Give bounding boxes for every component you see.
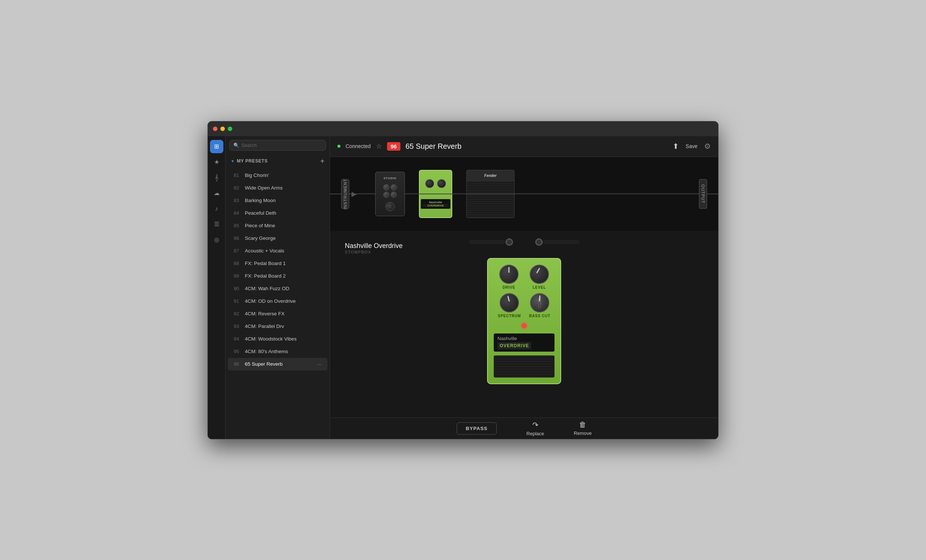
signal-chain: INSTRUMENT ▶ STUDIO xyxy=(330,157,718,418)
preset-item-name: 4CM: Wah Fuzz OD xyxy=(245,286,289,291)
preset-item[interactable]: 89FX: Pedal Board 2 xyxy=(228,270,327,282)
search-input-label[interactable]: Search xyxy=(242,142,257,148)
preset-item-name: Barking Moon xyxy=(245,198,275,203)
jack-left xyxy=(505,238,513,246)
preset-item[interactable]: 904CM: Wah Fuzz OD xyxy=(228,282,327,294)
sidebar-icon-list[interactable]: ☰ xyxy=(210,217,223,231)
spectrum-knob[interactable] xyxy=(500,293,519,312)
cable-left xyxy=(469,241,505,243)
sidebar-icon-note[interactable]: ♪ xyxy=(210,202,223,216)
close-dot[interactable] xyxy=(213,127,218,131)
basscut-knob[interactable] xyxy=(530,293,549,312)
preset-item[interactable]: 86Scary George xyxy=(228,232,327,244)
preset-item-name: 65 Super Reverb xyxy=(245,361,283,367)
level-knob[interactable] xyxy=(530,265,549,284)
nashville-brand-small: Nashville xyxy=(423,201,448,204)
preset-item[interactable]: 924CM: Reverse FX xyxy=(228,308,327,320)
presets-section-label: MY PRESETS xyxy=(237,158,268,164)
spectrum-knob-wrap: SPECTRUM xyxy=(498,293,521,318)
detail-area: Nashville Overdrive STOMPBOX DRIVE xyxy=(330,231,718,418)
replace-icon: ↷ xyxy=(532,420,539,429)
maximize-dot[interactable] xyxy=(228,127,232,131)
studio-footswitch xyxy=(386,202,395,211)
basscut-knob-wrap: BASS CUT xyxy=(529,293,551,318)
favorite-button[interactable]: ☆ xyxy=(376,142,382,150)
more-options-button[interactable]: ··· xyxy=(317,361,322,367)
pedal-footer xyxy=(494,355,554,377)
nashville-knob-1-small xyxy=(425,179,434,188)
add-preset-button[interactable]: + xyxy=(321,157,324,165)
sidebar-icon-speaker[interactable]: ◎ xyxy=(210,233,223,246)
output-label: OUTPUT xyxy=(699,179,707,209)
preset-item-number: 96 xyxy=(234,361,243,367)
triangle-icon: ▼ xyxy=(231,159,235,163)
titlebar xyxy=(208,121,718,136)
sidebar-icon-tune[interactable]: 𝄞 xyxy=(210,171,223,184)
preset-item[interactable]: 88FX: Pedal Board 1 xyxy=(228,257,327,269)
preset-item-name: Peaceful Deth xyxy=(245,210,276,216)
preset-item-number: 83 xyxy=(234,198,243,203)
preset-item[interactable]: 9665 Super Reverb··· xyxy=(228,358,327,370)
preset-item[interactable]: 82Wide Open Arms xyxy=(228,182,327,194)
preset-item-number: 91 xyxy=(234,298,243,304)
settings-button[interactable]: ⚙ xyxy=(704,142,711,151)
preset-item[interactable]: 81Big Chorin' xyxy=(228,169,327,181)
drive-label: DRIVE xyxy=(502,285,516,290)
studio-knob-1 xyxy=(383,184,389,190)
pedal-led xyxy=(522,323,527,328)
preset-item-number: 84 xyxy=(234,210,243,216)
toolbar-right: ⬆ Save ⚙ xyxy=(673,142,711,151)
studio-knobs xyxy=(382,183,398,199)
preset-item-number: 86 xyxy=(234,235,243,241)
bottom-bar: BYPASS ↷ Replace 🗑 Remove xyxy=(330,418,718,439)
share-button[interactable]: ⬆ xyxy=(673,142,679,151)
studio-label: STUDIO xyxy=(383,177,396,180)
search-box[interactable]: 🔍 Search xyxy=(229,140,326,151)
level-label: LEVEL xyxy=(533,285,546,290)
preset-item-name: FX: Pedal Board 1 xyxy=(245,261,286,266)
preset-list: 81Big Chorin'82Wide Open Arms83Barking M… xyxy=(225,169,330,439)
instrument-label: INSTRUMENT xyxy=(341,179,349,209)
preset-item[interactable]: 934CM: Parallel Drv xyxy=(228,320,327,332)
preset-item-number: 85 xyxy=(234,223,243,228)
sidebar-icon-cloud[interactable]: ☁ xyxy=(210,187,223,200)
replace-label: Replace xyxy=(527,431,544,436)
preset-item[interactable]: 87Acoustic + Vocals xyxy=(228,245,327,257)
sidebar-icon-star[interactable]: ★ xyxy=(210,155,223,169)
drive-knob-wrap: DRIVE xyxy=(499,265,519,290)
bypass-button[interactable]: BYPASS xyxy=(457,422,497,435)
preset-name-title: 65 Super Reverb xyxy=(406,142,461,151)
sidebar: ⊞ ★ 𝄞 ☁ ♪ ☰ ◎ 🔍 Search xyxy=(208,136,330,439)
preset-item-name: 4CM: OD on Overdrive xyxy=(245,298,296,304)
preset-item[interactable]: 84Peaceful Deth xyxy=(228,207,327,219)
main-area: Connected ☆ 96 65 Super Reverb ⬆ Save ⚙ xyxy=(330,136,718,439)
basscut-label: BASS CUT xyxy=(529,314,551,318)
nashville-knob-2-small xyxy=(437,179,446,188)
sidebar-icon-grid[interactable]: ⊞ xyxy=(210,140,223,153)
search-container: 🔍 Search xyxy=(225,136,330,154)
pedal-model: OVERDRIVE xyxy=(498,342,531,349)
preset-item-name: 4CM: Reverse FX xyxy=(245,311,284,317)
minimize-dot[interactable] xyxy=(220,127,225,131)
replace-button[interactable]: ↷ Replace xyxy=(527,420,544,436)
preset-item[interactable]: 83Barking Moon xyxy=(228,194,327,207)
preset-item[interactable]: 944CM: Woodstock Vibes xyxy=(228,333,327,345)
preset-item-number: 89 xyxy=(234,273,243,279)
preset-item-number: 94 xyxy=(234,336,243,342)
preset-item-name: Scary George xyxy=(245,235,275,241)
preset-item[interactable]: 954CM: 80's Anthems xyxy=(228,345,327,358)
preset-item[interactable]: 914CM: OD on Overdrive xyxy=(228,295,327,307)
studio-knob-2 xyxy=(391,184,397,190)
jack-right xyxy=(535,238,543,246)
nashville-pedal-large[interactable]: DRIVE LEVEL SPECTRUM xyxy=(487,258,561,384)
remove-button[interactable]: 🗑 Remove xyxy=(574,420,592,436)
save-button[interactable]: Save xyxy=(685,143,698,149)
preset-item[interactable]: 85Piece of Mine xyxy=(228,219,327,232)
studio-pedal[interactable]: STUDIO xyxy=(375,172,405,216)
pedal-type: STOMPBOX xyxy=(345,250,402,254)
remove-label: Remove xyxy=(574,430,592,436)
preset-item-number: 90 xyxy=(234,286,243,291)
app-window: ⊞ ★ 𝄞 ☁ ♪ ☰ ◎ 🔍 Search xyxy=(207,121,719,439)
preset-item-name: Acoustic + Vocals xyxy=(245,248,284,254)
drive-knob[interactable] xyxy=(499,265,519,284)
